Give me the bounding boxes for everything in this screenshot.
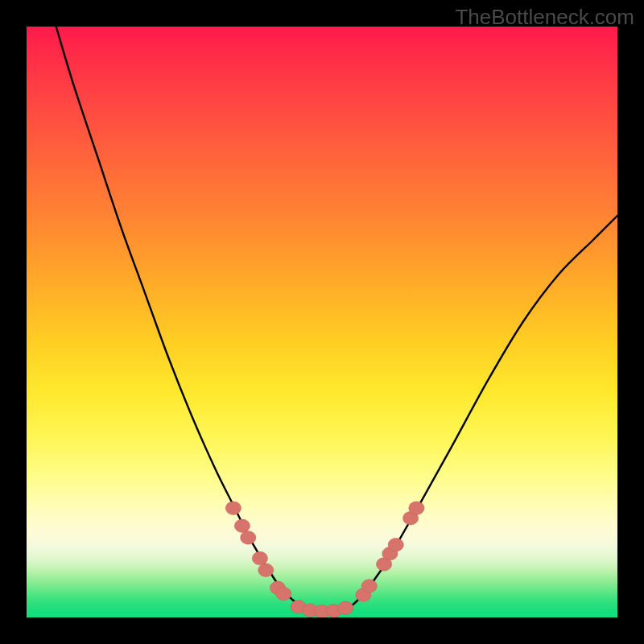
plot-area [27,27,617,617]
curve-marker [225,502,241,515]
curve-markers [225,502,424,617]
bottleneck-curve [56,27,617,612]
chart-frame: TheBottleneck.com [0,0,644,644]
curve-layer [27,27,617,617]
curve-marker [276,587,291,601]
curve-marker [338,601,353,615]
curve-marker [361,580,377,593]
curve-marker [409,502,424,515]
watermark-text: TheBottleneck.com [455,5,634,30]
curve-marker [388,538,403,551]
curve-marker [252,551,267,565]
curve-marker [241,531,256,545]
curve-marker [258,564,274,577]
curve-marker [234,519,250,533]
